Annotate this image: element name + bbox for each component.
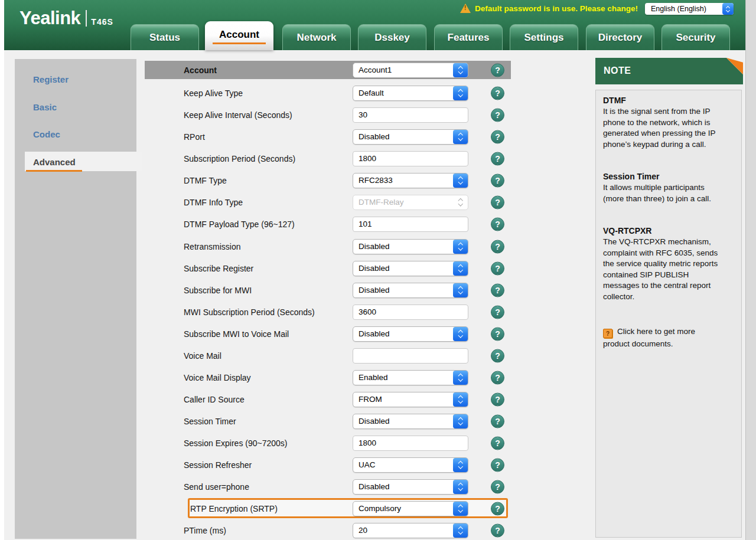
select-caller-id-source[interactable]: FROM [353,392,468,407]
help-icon[interactable]: ? [491,392,504,406]
field-value: DTMF-Relay [353,198,453,207]
tab-status[interactable]: Status [131,24,199,50]
select-rtp-encryption-srtp[interactable]: Compulsory [353,501,468,516]
help-icon[interactable]: ? [491,283,504,297]
select-ptime-ms[interactable]: 20 [353,523,468,538]
select-stepper-icon [453,392,468,407]
select-session-refresher[interactable]: UAC [353,457,468,473]
select-stepper-icon [453,371,468,385]
form-row: AccountAccount1? [145,61,511,79]
field-value: Disabled [353,482,453,491]
tab-label: Status [149,32,180,44]
tab-security[interactable]: Security [662,24,730,50]
help-icon[interactable]: ? [491,130,504,143]
select-subscribe-register[interactable]: Disabled [353,261,468,276]
help-icon[interactable]: ? [491,523,504,537]
field-value: 1800 [353,154,376,163]
tab-label: Account [213,29,266,44]
help-icon[interactable]: ? [491,63,504,77]
tab-network[interactable]: Network [282,24,351,50]
field-label: DTMF Info Type [184,198,243,207]
form-row: RPortDisabled? [145,126,511,148]
select-subscribe-for-mwi[interactable]: Disabled [353,283,468,298]
form-row: Session Expires (90~7200s)1800? [145,432,511,454]
help-icon[interactable]: ? [491,108,504,122]
select-stepper-icon [453,195,468,210]
form-row: Voice Mail DisplayEnabled? [145,366,511,388]
input-voice-mail[interactable] [353,348,468,364]
select-session-timer[interactable]: Disabled [353,414,468,429]
field-value: Disabled [353,417,453,426]
note-panel: NOTE DTMFIt is the signal sent from the … [595,58,743,538]
field-label: Session Expires (90~7200s) [184,438,288,448]
input-session-expires-90-7200s[interactable]: 1800 [353,436,468,451]
field-value: Default [353,89,453,97]
help-icon[interactable]: ? [491,152,504,165]
select-stepper-icon [453,130,468,144]
select-account[interactable]: Account1 [353,63,468,78]
field-value: FROM [353,395,453,404]
help-icon[interactable]: ? [491,371,504,384]
form-row: Caller ID SourceFROM? [145,388,511,410]
form-row: Session RefresherUAC? [145,454,511,476]
help-icon[interactable]: ? [491,327,504,341]
select-stepper-icon [453,458,468,472]
select-stepper-icon [453,414,468,428]
note-section: VQ-RTCPXRThe VQ-RTCPXR mechanism, compla… [603,226,734,302]
form-row: Keep Alive TypeDefault? [145,82,511,104]
yealink-logo: Yealink T46S [19,9,113,27]
help-icon[interactable]: ? [491,195,504,209]
sidebar-item-basic[interactable]: Basic [33,102,57,112]
input-dtmf-payload-type-96-127[interactable]: 101 [353,217,468,232]
tab-dsskey[interactable]: Dsskey [358,24,426,50]
sidebar-item-codec[interactable]: Codec [33,129,60,139]
language-stepper-icon[interactable] [722,3,734,15]
help-icon[interactable]: ? [491,502,504,515]
form-row: PTime (ms)20? [145,519,511,540]
help-icon[interactable]: ? [491,240,504,253]
tab-account[interactable]: Account [205,21,273,50]
help-icon[interactable]: ? [491,174,504,187]
form-row: DTMF TypeRFC2833? [145,169,511,191]
select-dtmf-type[interactable]: RFC2833 [353,173,468,188]
product-documents-link[interactable]: ?Click here to get more product document… [603,326,719,350]
select-voice-mail-display[interactable]: Enabled [353,370,468,385]
help-icon[interactable]: ? [491,217,504,231]
select-subscribe-mwi-to-voice-mail[interactable]: Disabled [353,326,468,342]
field-label: Send user=phone [184,482,249,492]
sidebar-item-advanced[interactable]: Advanced [33,157,76,167]
note-section: Session TimerIt allows multiple particip… [603,172,734,204]
scrollbar-track[interactable] [745,0,756,540]
input-mwi-subscription-period-seconds[interactable]: 3600 [353,305,468,320]
input-subscription-period-seconds[interactable]: 1800 [353,151,468,166]
field-label: DTMF Type [184,176,227,185]
language-select[interactable]: English (English) [645,3,734,15]
help-icon[interactable]: ? [491,86,504,100]
password-warning: Default password is in use. Please chang… [460,4,638,13]
form-row: MWI Subscription Period (Seconds)3600? [145,301,511,323]
help-icon[interactable]: ? [491,480,504,493]
tab-settings[interactable]: Settings [510,24,578,50]
help-icon[interactable]: ? [491,349,504,362]
help-icon[interactable]: ? [491,436,504,450]
select-stepper-icon [453,86,468,100]
select-retransmission[interactable]: Disabled [353,239,468,254]
question-doc-icon[interactable]: ? [603,329,612,338]
tab-directory[interactable]: Directory [586,24,654,50]
select-rport[interactable]: Disabled [353,129,468,145]
input-keep-alive-interval-seconds[interactable]: 30 [353,107,468,123]
field-label: PTime (ms) [184,526,226,535]
select-send-user-phone[interactable]: Disabled [353,479,468,495]
help-icon[interactable]: ? [491,458,504,472]
help-icon[interactable]: ? [491,414,504,428]
field-label: Session Timer [184,417,236,426]
sidebar-item-register[interactable]: Register [33,74,69,84]
logo-model: T46S [91,17,113,27]
help-icon[interactable]: ? [491,305,504,319]
tab-features[interactable]: Features [434,24,503,50]
field-value: Disabled [353,329,453,338]
select-keep-alive-type[interactable]: Default [353,86,468,101]
sidebar: RegisterBasicCodecAdvanced [15,59,136,539]
help-icon[interactable]: ? [491,261,504,275]
tab-label: Dsskey [374,32,410,44]
